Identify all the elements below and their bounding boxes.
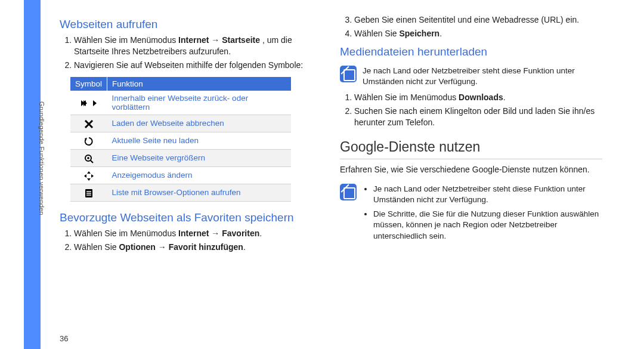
list-item: Wählen Sie Speichern. (354, 28, 602, 39)
cell-text: Laden der Webseite abbrechen (107, 115, 291, 132)
list-item: Navigieren Sie auf Webseiten mithilfe de… (74, 60, 322, 71)
cell-text: Anzeigemodus ändern (107, 166, 291, 184)
note-icon (340, 184, 357, 200)
th-symbol: Symbol (70, 77, 107, 91)
menu-list-icon (70, 184, 107, 201)
steps-medien: Wählen Sie im Menümodus Downloads. Suche… (340, 92, 602, 131)
table-row: Innerhalb einer Webseite zurück- oder vo… (70, 91, 291, 115)
cell-text: Liste mit Browser-Optionen aufrufen (107, 184, 291, 201)
nav-arrows-icon (70, 91, 107, 115)
symbol-table: Symbol Funktion Innerhalb einer Webseite… (70, 77, 291, 202)
heading-favoriten: Bevorzugte Webseiten als Favoriten speic… (60, 211, 322, 224)
heading-rule (340, 159, 602, 159)
note-text: Je nach Land oder Netzbetreiber steht di… (363, 66, 602, 87)
svg-marker-12 (87, 178, 91, 181)
cell-text: Aktuelle Seite neu laden (107, 132, 291, 149)
steps-continued: Geben Sie einen Seitentitel und eine Web… (340, 14, 602, 42)
svg-marker-14 (91, 174, 94, 178)
note-box-2: Je nach Land oder Netzbetreiber steht di… (340, 184, 602, 245)
table-row: Eine Webseite vergrößern (70, 149, 291, 166)
list-item: Wählen Sie im Menümodus Downloads. (354, 92, 602, 103)
list-item: Wählen Sie Optionen → Favorit hinzufügen… (74, 242, 322, 253)
table-row: Liste mit Browser-Optionen aufrufen (70, 184, 291, 201)
list-item: Die Schritte, die Sie für die Nutzung di… (373, 209, 602, 242)
right-column: Geben Sie einen Seitentitel und eine Web… (340, 14, 602, 336)
page-content: Webseiten aufrufen Wählen Sie im Menümod… (60, 14, 620, 336)
cell-text: Eine Webseite vergrößern (107, 149, 291, 166)
note-icon (340, 66, 357, 82)
google-intro: Erfahren Sie, wie Sie verschiedene Googl… (340, 164, 602, 175)
heading-mediendateien: Mediendateien herunterladen (340, 45, 602, 58)
sidebar-running-head: Grundlegende Funktionen verwenden (38, 101, 45, 292)
left-column: Webseiten aufrufen Wählen Sie im Menümod… (60, 14, 322, 336)
heading-webseiten-aufrufen: Webseiten aufrufen (60, 18, 322, 31)
list-item: Geben Sie einen Seitentitel und eine Web… (354, 14, 602, 26)
steps-favoriten: Wählen Sie im Menümodus Internet → Favor… (60, 228, 322, 255)
note-box-1: Je nach Land oder Netzbetreiber steht di… (340, 66, 602, 87)
zoom-in-icon (70, 149, 107, 166)
note-text: Je nach Land oder Netzbetreiber steht di… (363, 184, 602, 245)
list-item: Wählen Sie im Menümodus Internet → Start… (74, 35, 322, 57)
svg-line-8 (91, 160, 93, 163)
table-row: Laden der Webseite abbrechen (70, 115, 291, 132)
display-mode-icon (70, 166, 107, 184)
table-row: Anzeigemodus ändern (70, 166, 291, 184)
page-number: 36 (60, 334, 68, 343)
table-row: Aktuelle Seite neu laden (70, 132, 291, 149)
list-item: Je nach Land oder Netzbetreiber steht di… (373, 184, 602, 205)
list-item: Wählen Sie im Menümodus Internet → Favor… (74, 228, 322, 239)
svg-marker-13 (84, 174, 86, 178)
svg-marker-2 (93, 100, 97, 106)
reload-icon (70, 132, 107, 149)
cancel-icon (70, 115, 107, 132)
steps-webseiten-aufrufen: Wählen Sie im Menümodus Internet → Start… (60, 35, 322, 73)
cell-text: Innerhalb einer Webseite zurück- oder vo… (107, 91, 291, 115)
heading-google-dienste: Google-Dienste nutzen (340, 139, 602, 155)
th-funktion: Funktion (107, 77, 291, 91)
list-item: Suchen Sie nach einem Klingelton oder Bi… (354, 106, 602, 128)
svg-marker-11 (87, 171, 91, 174)
